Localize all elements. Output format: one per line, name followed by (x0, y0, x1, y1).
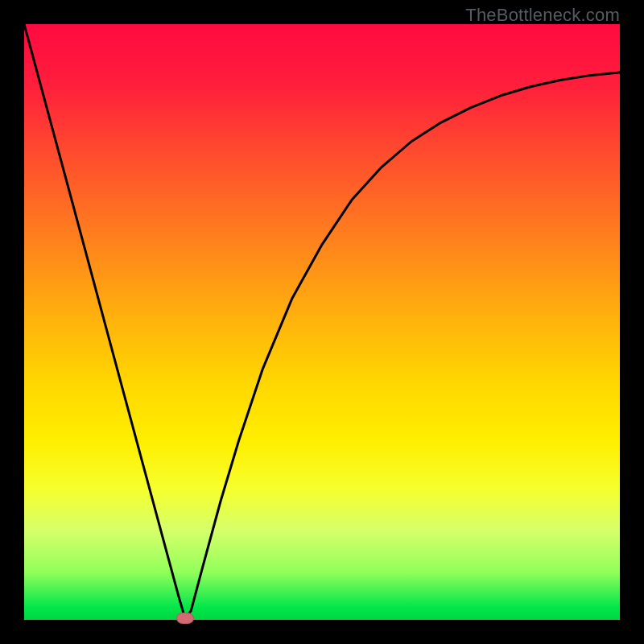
minimum-marker (176, 613, 194, 624)
chart-frame: TheBottleneck.com (0, 0, 644, 644)
plot-area (24, 24, 620, 620)
bottleneck-curve (24, 24, 620, 620)
attribution-text: TheBottleneck.com (465, 5, 620, 26)
